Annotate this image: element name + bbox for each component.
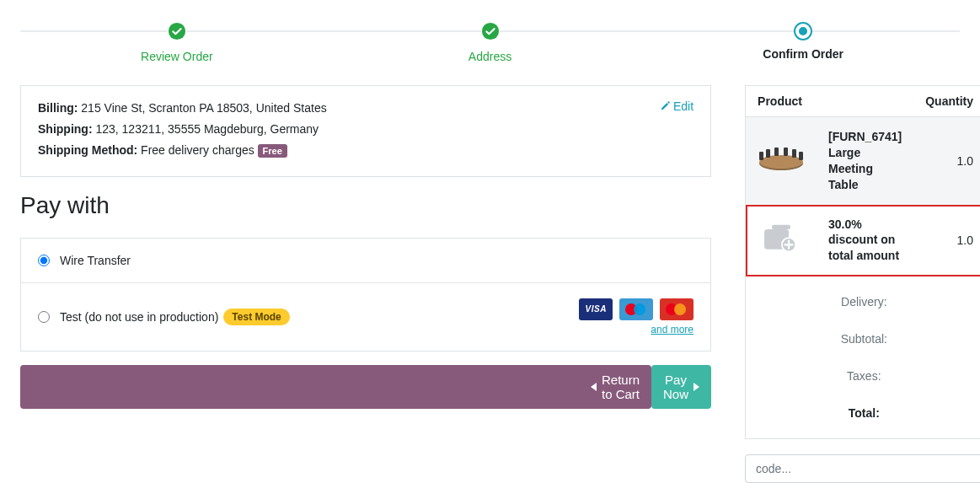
card-icons: VISA and more: [576, 298, 693, 335]
shipping-label: Shipping:: [38, 122, 93, 136]
order-summary-table: Product Quantity Price [FURN_6741] Large…: [745, 85, 980, 276]
pay-option-test[interactable]: Test (do not use in production) Test Mod…: [21, 282, 710, 351]
pencil-icon: [660, 100, 671, 111]
shipping-value: 123, 123211, 35555 Magdeburg, Germany: [95, 122, 319, 136]
subtotal-value: $ 28,000.00: [971, 332, 980, 346]
wire-radio[interactable]: [38, 255, 50, 266]
step-address[interactable]: Address: [334, 22, 647, 63]
total-label: Total:: [758, 406, 971, 420]
svg-rect-8: [792, 149, 796, 158]
product-name: [FURN_6741] Large Meeting Table: [817, 117, 913, 205]
step-label: Address: [334, 50, 647, 63]
chevron-left-icon: [32, 383, 597, 391]
mastercard-icon: [660, 298, 693, 320]
step-review[interactable]: Review Order: [20, 22, 334, 63]
col-product: Product: [746, 86, 914, 117]
check-circle-icon: [481, 22, 500, 40]
svg-point-0: [169, 23, 185, 40]
test-radio[interactable]: [38, 311, 50, 323]
svg-point-3: [759, 155, 803, 169]
visa-icon: VISA: [579, 298, 613, 320]
maestro-icon: [619, 298, 653, 320]
billing-value: 215 Vine St, Scranton PA 18503, United S…: [81, 101, 326, 115]
product-qty: 1.0: [913, 117, 980, 205]
billing-label: Billing:: [38, 101, 78, 115]
placeholder-image-icon: [758, 222, 805, 255]
and-more-link[interactable]: and more: [576, 324, 693, 335]
svg-rect-5: [766, 149, 770, 158]
free-badge: Free: [258, 144, 287, 158]
svg-rect-4: [759, 152, 763, 160]
discount-qty: 1.0: [913, 205, 980, 276]
product-thumbnail: [758, 145, 805, 176]
discount-name: 30.0% discount on total amount: [817, 205, 913, 276]
method-label: Shipping Method:: [38, 143, 137, 157]
step-confirm[interactable]: Confirm Order: [646, 22, 960, 63]
step-label: Review Order: [20, 50, 334, 63]
taxes-label: Taxes:: [758, 369, 971, 383]
shipping-billing-card: Edit Billing: 215 Vine St, Scranton PA 1…: [20, 85, 711, 177]
current-step-icon: [794, 22, 812, 40]
edit-link[interactable]: Edit: [660, 99, 693, 113]
test-mode-badge: Test Mode: [223, 309, 289, 325]
table-row-discount: 30.0% discount on total amount 1.0 $ -12…: [746, 205, 980, 276]
checkout-progress: Review Order Address Confirm Order: [20, 22, 960, 63]
wire-label: Wire Transfer: [60, 254, 131, 267]
delivery-value: $ 0.00: [971, 295, 980, 309]
total-value: $ 28,000.00: [971, 406, 980, 420]
check-circle-icon: [168, 22, 186, 40]
svg-rect-10: [772, 225, 790, 229]
svg-rect-6: [774, 148, 779, 156]
pay-with-heading: Pay with: [20, 192, 711, 219]
method-value: Free delivery charges: [141, 143, 254, 157]
svg-rect-9: [799, 152, 803, 160]
promo-code-input[interactable]: [745, 454, 980, 483]
step-label: Confirm Order: [646, 47, 960, 61]
pay-now-button[interactable]: Pay Now: [651, 365, 711, 409]
pay-option-wire[interactable]: Wire Transfer: [21, 239, 710, 282]
taxes-value: $ 0.00: [971, 369, 980, 383]
test-label: Test (do not use in production): [60, 310, 218, 324]
totals-block: Delivery:$ 0.00 Subtotal:$ 28,000.00 Tax…: [745, 276, 980, 439]
col-quantity: Quantity: [913, 86, 980, 117]
return-to-cart-button[interactable]: Return to Cart: [20, 365, 651, 409]
payment-methods: Wire Transfer Test (do not use in produc…: [20, 238, 711, 352]
chevron-right-icon: [693, 383, 699, 391]
promo-code-row: Apply: [745, 454, 980, 483]
svg-rect-7: [784, 148, 788, 156]
subtotal-label: Subtotal:: [758, 332, 971, 346]
table-row: [FURN_6741] Large Meeting Table 1.0 $ 40…: [746, 117, 980, 205]
delivery-label: Delivery:: [758, 295, 971, 309]
svg-point-1: [481, 23, 498, 40]
